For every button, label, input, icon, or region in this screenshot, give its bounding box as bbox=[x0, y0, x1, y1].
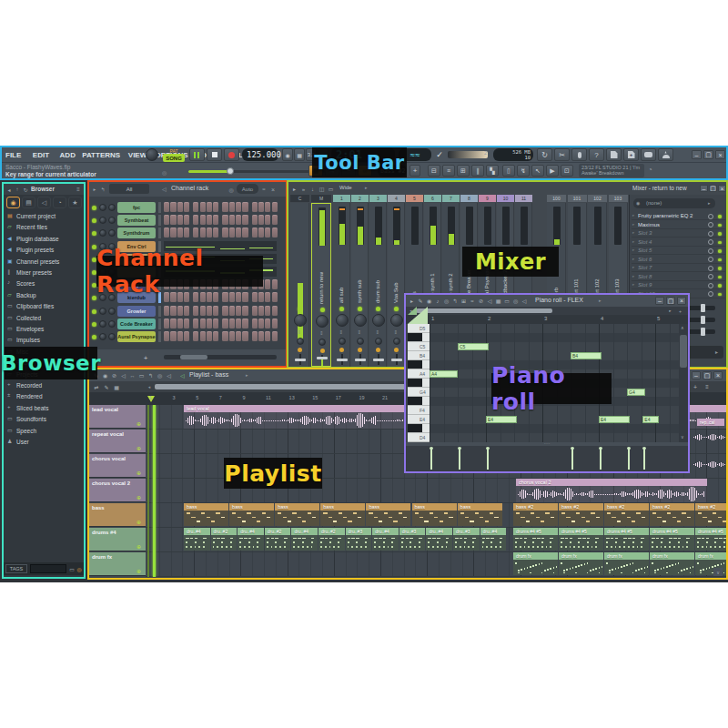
piano-key-d4[interactable]: D4 bbox=[408, 433, 430, 442]
fx-slot-enable-led[interactable] bbox=[718, 267, 722, 270]
browser-item[interactable]: ♟User bbox=[4, 437, 84, 448]
mixer-track-tab[interactable]: C bbox=[290, 195, 309, 202]
piano-note[interactable]: E4 bbox=[642, 416, 658, 423]
strip-fader-handle[interactable] bbox=[295, 359, 306, 361]
channel-select-bar[interactable] bbox=[158, 331, 161, 342]
mixer-strip-return-to-new[interactable]: return to new⇕ bbox=[311, 203, 331, 367]
fx-slot-enable-led[interactable] bbox=[718, 284, 722, 288]
clip-header[interactable]: bass #2 bbox=[513, 503, 558, 511]
piano-note[interactable]: A4 bbox=[430, 370, 458, 378]
step-cell[interactable] bbox=[164, 228, 169, 238]
channel-enable-led[interactable] bbox=[92, 335, 96, 339]
browser-item[interactable]: ▭Impulses bbox=[4, 335, 84, 346]
step-cell[interactable] bbox=[170, 202, 176, 212]
step-cell[interactable] bbox=[222, 202, 228, 212]
magnet-icon[interactable]: ◉ bbox=[101, 371, 109, 379]
clip-header[interactable]: dru..#2 bbox=[211, 528, 238, 535]
piano-note[interactable]: G4 bbox=[627, 389, 645, 396]
step-cell[interactable] bbox=[265, 215, 270, 225]
step-cell[interactable] bbox=[213, 318, 218, 329]
step-cell[interactable] bbox=[265, 279, 270, 289]
mixer-track-tab[interactable]: 9 bbox=[479, 195, 496, 202]
channel-name-button[interactable]: fpc bbox=[117, 202, 156, 213]
playlist-track-header[interactable]: drum fx⊕ bbox=[89, 552, 146, 576]
piano-note[interactable]: C5 bbox=[458, 343, 489, 350]
tempo-display[interactable]: 125.000 bbox=[242, 148, 278, 161]
velocity-line[interactable] bbox=[459, 448, 460, 470]
channel-pan-knob[interactable] bbox=[99, 308, 106, 315]
browser-item[interactable]: ∥Mixer presets bbox=[4, 268, 84, 278]
strip-fader-handle[interactable] bbox=[355, 359, 366, 361]
microphone-icon[interactable] bbox=[571, 148, 587, 161]
plugin-icon[interactable]: ↯ bbox=[517, 165, 530, 177]
playlist-settings-icon[interactable]: ≡ bbox=[703, 382, 712, 391]
piano-hscrollbar[interactable] bbox=[416, 308, 552, 313]
step-cell[interactable] bbox=[193, 215, 198, 225]
velocity-line[interactable] bbox=[430, 448, 432, 470]
mixer-track-tab[interactable]: 101 bbox=[568, 195, 587, 202]
browser-item[interactable]: ▱Backup bbox=[4, 290, 84, 301]
step-cell[interactable] bbox=[242, 228, 248, 238]
clip-header[interactable]: bass bbox=[184, 503, 228, 511]
list-icon[interactable]: ≡ bbox=[442, 165, 455, 177]
piano-vscroll-handle[interactable] bbox=[680, 335, 687, 368]
piano-icon[interactable]: ▦ bbox=[112, 382, 121, 391]
step-cell[interactable] bbox=[193, 202, 198, 212]
channel-enable-led[interactable] bbox=[92, 322, 96, 327]
play-pause-button[interactable] bbox=[189, 148, 205, 161]
pointer-icon[interactable]: ↖ bbox=[531, 165, 544, 177]
step-cell[interactable] bbox=[252, 318, 258, 329]
playlist-scroll-down-icon[interactable]: ∨ bbox=[713, 568, 723, 576]
plugin-board-icon[interactable]: ▚ bbox=[486, 165, 499, 177]
piano-note[interactable]: E4 bbox=[486, 416, 517, 423]
fx-send-handle[interactable] bbox=[701, 328, 705, 336]
step-cell[interactable] bbox=[258, 318, 264, 329]
step-cell[interactable] bbox=[272, 331, 278, 341]
refresh-icon[interactable]: ↻ bbox=[22, 186, 29, 193]
mixer-track-tab[interactable]: 4 bbox=[388, 195, 405, 202]
picker-icon[interactable]: ⇄ bbox=[92, 382, 101, 391]
step-cell[interactable] bbox=[252, 202, 258, 212]
fx-slot-mix-knob[interactable] bbox=[708, 231, 713, 237]
step-cell[interactable] bbox=[207, 306, 212, 316]
velocity-line[interactable] bbox=[628, 448, 630, 470]
minimize-button[interactable]: – bbox=[692, 150, 702, 159]
fx-slot[interactable]: ▸Slot 8 bbox=[632, 273, 725, 281]
graph-editor-icon[interactable]: ≈ bbox=[260, 186, 268, 193]
step-cell[interactable] bbox=[177, 228, 183, 238]
punch-record-icon[interactable]: ◉ bbox=[282, 148, 293, 161]
step-cell[interactable] bbox=[229, 331, 235, 341]
piano-scroll-up-icon[interactable]: ∧ bbox=[681, 325, 684, 330]
channel-select-bar[interactable] bbox=[158, 215, 161, 226]
clip-header[interactable]: dru..#4 bbox=[238, 528, 264, 535]
strip-led[interactable] bbox=[320, 308, 325, 312]
stop-button[interactable] bbox=[207, 148, 222, 161]
piano-scroll-right-icon[interactable]: ▸ bbox=[666, 308, 674, 314]
clip-header[interactable]: drum fx bbox=[695, 552, 726, 560]
channel-pan-knob[interactable] bbox=[99, 333, 106, 340]
fx-slot-enable-led[interactable] bbox=[718, 293, 722, 297]
strip-pan-knob[interactable] bbox=[297, 338, 304, 345]
step-cell[interactable] bbox=[207, 331, 212, 341]
fx-slot-enable-led[interactable] bbox=[718, 224, 722, 228]
strip-main-knob[interactable] bbox=[316, 315, 329, 328]
step-cell[interactable] bbox=[258, 215, 264, 225]
strip-fader-handle[interactable] bbox=[373, 359, 384, 361]
step-cell[interactable] bbox=[222, 306, 228, 316]
strip-pan-knob[interactable] bbox=[375, 338, 382, 345]
channel-volume-knob[interactable] bbox=[108, 204, 116, 211]
step-cell[interactable] bbox=[222, 318, 228, 329]
piano-close-button[interactable]: × bbox=[677, 297, 686, 305]
split-icon[interactable]: ◫ bbox=[318, 185, 326, 193]
step-cell[interactable] bbox=[184, 318, 189, 329]
menu-item-patterns[interactable]: PATTERNS bbox=[82, 149, 126, 160]
zoom-icon[interactable]: ◎ bbox=[511, 297, 520, 305]
browser-item[interactable]: ▭Clipboard files bbox=[4, 301, 84, 312]
step-cell[interactable] bbox=[242, 331, 248, 341]
step-cell[interactable] bbox=[272, 202, 278, 212]
clip-header[interactable]: dru..#4 bbox=[372, 528, 399, 535]
piano-maximize-button[interactable]: ▢ bbox=[666, 297, 675, 305]
magnet-icon[interactable]: ◉ bbox=[425, 297, 433, 305]
fx-slot-mix-knob[interactable] bbox=[708, 257, 713, 262]
step-cell[interactable] bbox=[222, 331, 228, 341]
